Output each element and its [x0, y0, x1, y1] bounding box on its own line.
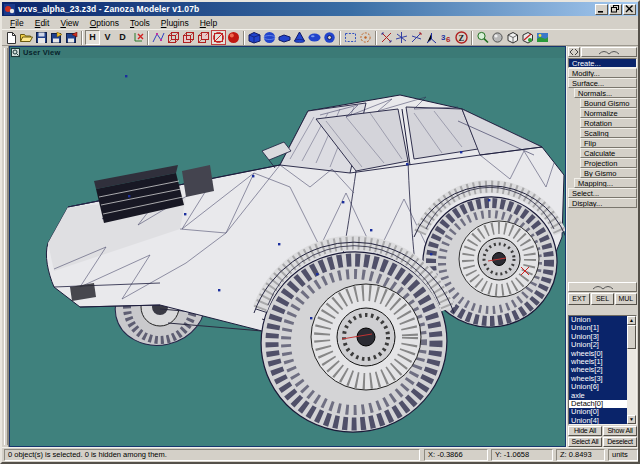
toolbar-separator [339, 31, 341, 45]
cmd-mapping[interactable]: Mapping... [574, 178, 637, 188]
wire-cube-1-icon[interactable] [166, 30, 181, 45]
cmd-select[interactable]: Select... [568, 188, 637, 198]
wire-cube-2-icon[interactable] [181, 30, 196, 45]
menu-file[interactable]: File [5, 17, 30, 29]
toolbar-separator [471, 31, 473, 45]
cmd-normalize[interactable]: Normalize [580, 108, 637, 118]
red-sphere-icon[interactable] [226, 30, 241, 45]
status-bar: 0 object(s) is selected. 0 is hidden amo… [2, 447, 638, 462]
mul-mode-button[interactable]: MUL [615, 293, 637, 305]
open-icon[interactable] [19, 30, 34, 45]
status-message: 0 object(s) is selected. 0 is hidden amo… [4, 449, 420, 461]
render-cube-icon[interactable] [505, 30, 520, 45]
select-circle-icon[interactable] [358, 30, 373, 45]
list-item[interactable]: wheels[2] [569, 366, 627, 374]
new-icon[interactable] [4, 30, 19, 45]
panel-collapse-button[interactable] [581, 47, 637, 57]
wire-cube-disabled-icon[interactable] [211, 30, 226, 45]
list-item[interactable]: Detach[0] [569, 400, 627, 408]
close-button[interactable] [623, 4, 636, 15]
cmd-surface[interactable]: Surface... [568, 78, 637, 88]
cmd-rotation[interactable]: Rotation [580, 118, 637, 128]
primitive-slab-icon[interactable] [277, 30, 292, 45]
primitive-box-icon[interactable] [247, 30, 262, 45]
cmd-scaling[interactable]: Scaling [580, 128, 637, 138]
menu-edit[interactable]: Edit [30, 17, 56, 29]
user-view-viewport[interactable]: User View [9, 46, 566, 447]
ext-mode-button[interactable]: EXT [568, 293, 590, 305]
list-item[interactable]: axle [569, 392, 627, 400]
title-bar[interactable]: vxvs_alpha_23.z3d - Zanoza Modeler v1.07… [2, 2, 638, 16]
list-scrollbar[interactable]: ▲ ▼ [627, 316, 636, 424]
scroll-up-icon[interactable]: ▲ [627, 316, 636, 325]
show-all-button[interactable]: Show All [603, 426, 637, 436]
texture-world-icon[interactable] [535, 30, 550, 45]
primitive-sphere-icon[interactable] [262, 30, 277, 45]
close-icon [625, 5, 634, 13]
save-icon[interactable] [34, 30, 49, 45]
view-horizontal-icon[interactable]: H [85, 30, 100, 45]
minimize-button[interactable] [595, 4, 608, 15]
list-item[interactable]: wheels[0] [569, 350, 627, 358]
zmodeler-disabled-icon[interactable]: Z [454, 30, 469, 45]
view-divided-icon[interactable]: D [115, 30, 130, 45]
viewport-menu-icon[interactable] [11, 48, 20, 57]
deselect-button[interactable]: Deselect [603, 437, 637, 447]
primitive-torus-icon[interactable] [322, 30, 337, 45]
cmd-projection[interactable]: Projection [580, 158, 637, 168]
toolbar-separator [147, 31, 149, 45]
texture-box-icon[interactable] [520, 30, 535, 45]
primitive-cone-icon[interactable] [292, 30, 307, 45]
cmd-calculate[interactable]: Calculate [580, 148, 637, 158]
cmd-bound-gismo[interactable]: Bound Gismo [580, 98, 637, 108]
select-marquee-icon[interactable] [343, 30, 358, 45]
view-vertical-icon[interactable]: V [100, 30, 115, 45]
restore-icon [611, 5, 620, 13]
hide-all-button[interactable]: Hide All [568, 426, 602, 436]
scrollbar-thumb[interactable] [627, 325, 636, 349]
list-item[interactable]: Union[6] [569, 383, 627, 391]
wire-cube-3-icon[interactable] [196, 30, 211, 45]
list-item[interactable]: Union[1] [569, 324, 627, 332]
object-list[interactable]: Union Union[1] Union[3] Union[2] wheels[… [568, 315, 637, 425]
primitive-ellipsoid-icon[interactable] [307, 30, 322, 45]
list-item[interactable]: Union [569, 316, 627, 324]
cmd-flip[interactable]: Flip [580, 138, 637, 148]
select-all-button[interactable]: Select All [568, 437, 602, 447]
tool-scale-star-icon[interactable] [394, 30, 409, 45]
zoom-magnifier-icon[interactable] [475, 30, 490, 45]
list-item[interactable]: Union[2] [569, 341, 627, 349]
list-item[interactable]: wheels[1] [569, 358, 627, 366]
zanoza-modeler-window: vxvs_alpha_23.z3d - Zanoza Modeler v1.07… [0, 0, 640, 464]
cmd-display[interactable]: Display... [568, 198, 637, 208]
sel-mode-button[interactable]: SEL [591, 293, 613, 305]
tool-axis-tripod-icon[interactable] [424, 30, 439, 45]
tool-rotate-star-icon[interactable] [409, 30, 424, 45]
list-item[interactable]: Union[3] [569, 333, 627, 341]
panel-dock-button[interactable] [568, 47, 580, 57]
cmd-normals[interactable]: Normals... [574, 88, 637, 98]
menu-tools[interactable]: Tools [125, 17, 156, 29]
menu-options[interactable]: Options [85, 17, 125, 29]
restore-button[interactable] [609, 4, 622, 15]
scroll-down-icon[interactable]: ▼ [627, 415, 636, 424]
list-item[interactable]: wheels[3] [569, 375, 627, 383]
menu-plugins[interactable]: Plugins [156, 17, 195, 29]
menu-view[interactable]: View [55, 17, 84, 29]
status-units: units [608, 449, 638, 461]
cmd-by-gismo[interactable]: By Gismo [580, 168, 637, 178]
render-sphere-icon[interactable] [490, 30, 505, 45]
cmd-modify[interactable]: Modify... [568, 68, 637, 78]
import-file-icon[interactable] [49, 30, 64, 45]
list-collapse-button[interactable] [568, 282, 637, 292]
menu-help[interactable]: Help [195, 17, 223, 29]
axes-hide-icon[interactable] [130, 30, 145, 45]
vertex-mode-icon[interactable] [151, 30, 166, 45]
list-item[interactable]: Union[0] [569, 408, 627, 416]
tool-move-star-icon[interactable] [379, 30, 394, 45]
export-file-icon[interactable] [64, 30, 79, 45]
cmd-create[interactable]: Create... [568, 58, 637, 68]
app-icon [4, 4, 15, 15]
tool-numeric-icon[interactable]: 36 [439, 30, 454, 45]
list-item[interactable]: Union[4] [569, 417, 627, 425]
